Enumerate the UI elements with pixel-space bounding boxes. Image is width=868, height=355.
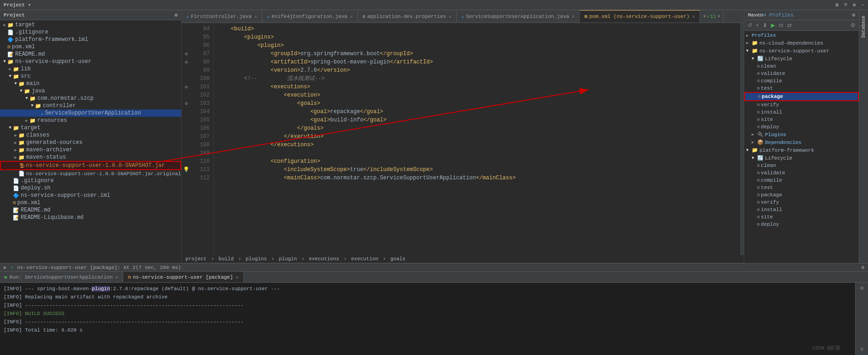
maven-expand-icon[interactable]: ▶: [746, 40, 752, 46]
maven-item-lifecycle[interactable]: ▼ 🔄 Lifecycle: [744, 55, 859, 63]
list-item[interactable]: ▶ 📁 generated-sources: [0, 139, 181, 146]
tree-expand-icon[interactable]: ▼: [2, 59, 7, 64]
code-editor[interactable]: <build> <plugins> <plugin> <groupId>org.…: [214, 23, 740, 255]
list-item[interactable]: ▶ 📁 maven-archiver: [0, 146, 181, 154]
maven-item-deploy[interactable]: ⚙ deploy: [744, 123, 859, 131]
list-item[interactable]: 🔷 ns-service-support-user.iml: [0, 192, 181, 199]
maven-item-validate[interactable]: ⚙ validate: [744, 70, 859, 77]
list-item[interactable]: ▼ 📁 main: [0, 80, 181, 87]
maven-item-cloud-dep[interactable]: ▶ 📁 ns-cloud-dependencies: [744, 39, 859, 47]
tab-overflow-btn[interactable]: ▾ ✓11 ▾: [700, 10, 724, 23]
maven-item-p-package[interactable]: ⚙ package: [744, 191, 859, 199]
tab-pomxml[interactable]: m pom.xml (ns-service-support-user) ✕: [580, 10, 700, 23]
tree-expand-icon[interactable]: ▼: [7, 126, 13, 130]
maven-profiles-count[interactable]: 4 Profiles: [763, 12, 793, 18]
list-item[interactable]: 📝 README.md: [0, 51, 181, 58]
list-item[interactable]: 🔷 platform-framework.iml: [0, 36, 181, 43]
maven-expand-icon[interactable]: ▼: [752, 156, 757, 160]
jar-file-item[interactable]: 🗜 ns-service-support-user-1.0.0-SNAPSHOT…: [0, 161, 181, 170]
bottom-tab-close[interactable]: ✕: [115, 275, 118, 280]
list-item[interactable]: ▶ 📁 lib: [0, 65, 181, 73]
tree-expand-icon[interactable]: ▶: [2, 23, 7, 28]
tree-expand-icon[interactable]: ▶: [13, 133, 18, 138]
output-settings-icon[interactable]: ⚙: [860, 285, 863, 292]
tree-expand-icon[interactable]: ▶: [24, 118, 29, 123]
tree-expand-icon[interactable]: ▼: [13, 81, 18, 86]
list-item[interactable]: ▶ 📁 resources: [0, 117, 181, 124]
maven-expand-icon[interactable]: ▶: [746, 33, 752, 38]
list-item[interactable]: m pom.xml: [0, 43, 181, 51]
list-item[interactable]: ▼ 📁 java: [0, 87, 181, 95]
tree-expand-icon[interactable]: ▼: [7, 74, 13, 79]
tab-close-icon[interactable]: ✕: [692, 14, 695, 19]
output-wrap-icon[interactable]: ≡: [860, 346, 863, 353]
list-item[interactable]: ▼ 📁 ns-service-support-user: [0, 58, 181, 65]
tab-close-icon[interactable]: ✕: [350, 14, 353, 19]
toolbar-btn-align[interactable]: ≡: [844, 2, 847, 8]
list-item[interactable]: 📄 ns-service-support-user-1.0.0-SNAPSHOT…: [0, 170, 181, 177]
list-item[interactable]: ▼ 📁 target: [0, 124, 181, 132]
maven-item-p-deploy[interactable]: ⚙ deploy: [744, 221, 859, 228]
maven-item-p-site[interactable]: ⚙ site: [744, 213, 859, 221]
maven-item-p-install[interactable]: ⚙ install: [744, 206, 859, 213]
maven-expand-icon[interactable]: ▶: [752, 132, 757, 137]
maven-item-p-test[interactable]: ⚙ test: [744, 184, 859, 191]
list-item[interactable]: ▶ 📁 maven-status: [0, 154, 181, 161]
list-item[interactable]: ▶ 📁 target: [0, 21, 181, 29]
tree-expand-icon[interactable]: ▼: [18, 89, 24, 93]
tab-close-icon[interactable]: ✕: [254, 14, 257, 19]
maven-add-btn[interactable]: +: [754, 21, 760, 29]
toolbar-btn-settings[interactable]: ⚙: [853, 2, 856, 8]
maven-settings-icon[interactable]: ⚙: [852, 12, 855, 18]
maven-item-dependencies[interactable]: ▶ 📦 Dependencies: [744, 138, 859, 146]
list-item[interactable]: ▼ 📁 controller: [0, 102, 181, 109]
toolbar-btn-minimize[interactable]: –: [861, 2, 864, 8]
list-item[interactable]: 📝 README-Liquibase.md: [0, 214, 181, 221]
maven-expand-icon[interactable]: ▼: [746, 49, 752, 53]
maven-item-lifecycle2[interactable]: ▼ 🔄 Lifecycle: [744, 154, 859, 162]
tab-servicesupport[interactable]: ☕ ServiceSupportUserApplication.java ✕: [457, 10, 580, 23]
maven-item-p-validate[interactable]: ⚙ validate: [744, 169, 859, 177]
tree-expand-icon[interactable]: ▶: [13, 140, 18, 145]
maven-item-p-compile[interactable]: ⚙ compile: [744, 177, 859, 184]
scroll-bar[interactable]: [740, 23, 744, 255]
maven-item-install[interactable]: ⚙ install: [744, 109, 859, 116]
maven-refresh-btn[interactable]: ↺: [746, 21, 753, 29]
maven-item-test[interactable]: ⚙ test: [744, 85, 859, 92]
maven-download-btn[interactable]: ⬇: [761, 21, 769, 29]
maven-item-plugins[interactable]: ▶ 🔌 Plugins: [744, 131, 859, 138]
maven-item-ns-service[interactable]: ▼ 📁 ns-service-support-user: [744, 47, 859, 55]
maven-run-btn[interactable]: ▶: [770, 21, 776, 29]
tree-expand-icon[interactable]: ▶: [7, 67, 13, 72]
list-item[interactable]: 📝 README.md: [0, 206, 181, 214]
maven-settings2-btn[interactable]: ⚙: [849, 21, 857, 29]
settings-icon[interactable]: ⚙: [861, 264, 864, 270]
list-item[interactable]: 📄 .gitignore: [0, 29, 181, 36]
project-title[interactable]: Project ▾: [4, 2, 31, 8]
list-item[interactable]: 📄 .gitignore: [0, 177, 181, 184]
toolbar-btn-structure[interactable]: ⊞: [836, 2, 839, 8]
project-gear-icon[interactable]: ⚙: [174, 12, 178, 18]
side-tab-database[interactable]: Database: [860, 12, 867, 41]
maven-item-verify[interactable]: ⚙ verify: [744, 101, 859, 109]
maven-skip-btn[interactable]: m: [777, 21, 785, 29]
tab-appdev[interactable]: ⚙ application-dev.properties ✕: [358, 10, 457, 23]
maven-item-platform[interactable]: ▼ 📁 platform-framework: [744, 146, 859, 154]
maven-toggle-btn[interactable]: ⇄: [786, 21, 793, 29]
list-item[interactable]: ▶ 📁 classes: [0, 132, 181, 139]
maven-item-package[interactable]: ⚙ package: [744, 92, 859, 101]
maven-expand-icon[interactable]: ▼: [752, 57, 757, 61]
list-item[interactable]: 📄 deploy.sh: [0, 184, 181, 192]
maven-item-profiles[interactable]: ▶ Profiles: [744, 32, 859, 39]
tree-expand-icon[interactable]: ▼: [24, 96, 29, 101]
maven-item-p-clean[interactable]: ⚙ clean: [744, 162, 859, 169]
maven-item-p-verify[interactable]: ⚙ verify: [744, 199, 859, 206]
list-item[interactable]: m pom.xml: [0, 199, 181, 206]
maven-expand-icon[interactable]: ▶: [752, 140, 757, 145]
list-item[interactable]: ▼ 📁 com.normstar.szcp: [0, 95, 181, 102]
bottom-tab-maven[interactable]: m ns-service-support-user [package] ✕: [123, 272, 243, 282]
list-item[interactable]: ▼ 📁 src: [0, 73, 181, 80]
list-item[interactable]: ☕ ServiceSupportUserApplication: [0, 109, 181, 117]
bottom-tab-run[interactable]: ▶ Run: ServiceSupportUserApplication ✕: [0, 272, 123, 282]
maven-item-site[interactable]: ⚙ site: [744, 116, 859, 123]
